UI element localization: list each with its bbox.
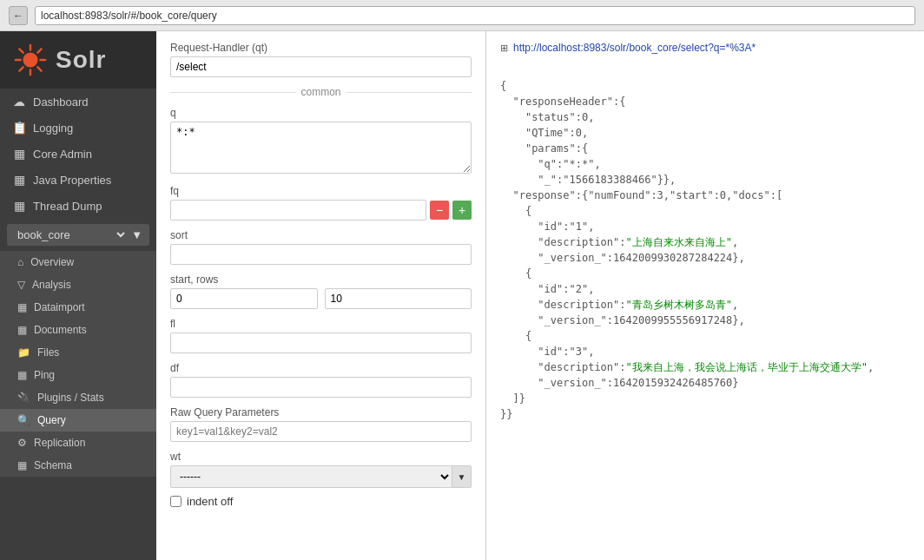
rows-row [170, 288, 472, 309]
fq-add-button[interactable]: + [452, 201, 472, 220]
sidebar-item-java-properties[interactable]: ▦ Java Properties [0, 167, 156, 193]
response-url-bar: ⊞ http://localhost:8983/solr/book_core/s… [500, 42, 910, 54]
url-text: localhost:8983/solr/#/book_core/query [41, 10, 217, 22]
sidebar-item-logging[interactable]: 📋 Logging [0, 115, 156, 141]
dashboard-icon: ☁ [12, 95, 26, 109]
start-rows-label: start, rows [170, 273, 472, 286]
wt-row: ------ json xml csv ▼ [170, 465, 472, 488]
sidebar: Solr ☁ Dashboard 📋 Logging ▦ Core Admin … [0, 31, 156, 560]
sidebar-item-label: Java Properties [33, 174, 111, 187]
fq-input[interactable] [170, 200, 426, 221]
sidebar-item-label: Dashboard [33, 96, 89, 109]
core-dropdown[interactable]: book_core [14, 227, 128, 242]
response-url-link[interactable]: http://localhost:8983/solr/book_core/sel… [513, 42, 756, 54]
sidebar-item-label: Ping [34, 369, 55, 381]
sidebar-item-core-admin[interactable]: ▦ Core Admin [0, 141, 156, 167]
logging-icon: 📋 [12, 121, 26, 135]
schema-icon: ▦ [17, 459, 27, 471]
sidebar-item-label: Logging [33, 122, 73, 135]
replication-icon: ⚙ [17, 437, 27, 449]
sidebar-item-thread-dump[interactable]: ▦ Thread Dump [0, 193, 156, 219]
sidebar-item-replication[interactable]: ⚙ Replication [0, 432, 156, 454]
rows-input[interactable] [325, 288, 472, 309]
logo-area: Solr [0, 31, 156, 89]
fq-label: fq [170, 185, 472, 197]
sort-input[interactable] [170, 244, 472, 265]
sidebar-item-query[interactable]: 🔍 Query [0, 409, 156, 432]
sidebar-item-label: Schema [34, 459, 72, 471]
raw-query-input[interactable] [170, 421, 472, 442]
sidebar-item-documents[interactable]: ▦ Documents [0, 319, 156, 341]
sidebar-item-label: Dataimport [34, 301, 85, 313]
java-properties-icon: ▦ [12, 173, 26, 187]
analysis-icon: ▽ [17, 279, 25, 291]
handler-input[interactable] [170, 56, 472, 77]
sidebar-item-label: Thread Dump [33, 200, 102, 213]
dataimport-icon: ▦ [17, 301, 27, 313]
indent-checkbox[interactable] [170, 496, 182, 507]
overview-icon: ⌂ [17, 256, 23, 268]
sidebar-item-label: Core Admin [33, 148, 92, 161]
sidebar-item-label: Overview [30, 256, 74, 268]
raw-query-label: Raw Query Parameters [170, 406, 472, 418]
sidebar-nav: ☁ Dashboard 📋 Logging ▦ Core Admin ▦ Jav… [0, 89, 156, 560]
sidebar-item-label: Analysis [32, 279, 71, 291]
ping-icon: ▦ [17, 369, 27, 381]
plugins-icon: 🔌 [17, 392, 30, 404]
solr-logo-icon [14, 43, 47, 76]
svg-line-7 [37, 49, 41, 52]
fq-remove-button[interactable]: − [430, 201, 449, 220]
sidebar-item-dashboard[interactable]: ☁ Dashboard [0, 89, 156, 115]
indent-row: indent off [170, 495, 472, 508]
response-content: { "responseHeader":{ "status":0, "QTime"… [500, 63, 910, 438]
wt-select-arrow[interactable]: ▼ [452, 465, 472, 488]
start-input[interactable] [170, 288, 318, 309]
sidebar-item-label: Query [37, 414, 66, 426]
sidebar-item-files[interactable]: 📁 Files [0, 341, 156, 364]
main-content: Request-Handler (qt) common q *:* fq − +… [156, 31, 924, 560]
svg-line-8 [19, 67, 23, 70]
core-admin-icon: ▦ [12, 147, 26, 161]
sidebar-item-analysis[interactable]: ▽ Analysis [0, 273, 156, 296]
sidebar-item-dataimport[interactable]: ▦ Dataimport [0, 296, 156, 319]
fl-input[interactable] [170, 333, 472, 353]
response-panel: ⊞ http://localhost:8983/solr/book_core/s… [486, 31, 924, 560]
common-section-divider: common [170, 86, 472, 98]
core-sub-items: ⌂ Overview ▽ Analysis ▦ Dataimport ▦ Doc… [0, 251, 156, 477]
sidebar-item-schema[interactable]: ▦ Schema [0, 454, 156, 477]
fq-row: − + [170, 200, 472, 221]
svg-point-0 [23, 52, 37, 67]
logo-text: Solr [56, 46, 106, 74]
browser-toolbar: ← localhost:8983/solr/#/book_core/query [0, 0, 924, 31]
df-input[interactable] [170, 377, 472, 398]
core-selector[interactable]: book_core ▼ [7, 224, 149, 246]
url-icon: ⊞ [500, 43, 508, 54]
sidebar-item-label: Replication [34, 437, 85, 449]
sort-label: sort [170, 229, 472, 241]
main-layout: Solr ☁ Dashboard 📋 Logging ▦ Core Admin … [0, 31, 924, 560]
query-icon: 🔍 [17, 414, 30, 426]
df-label: df [170, 362, 472, 374]
svg-line-6 [37, 67, 41, 70]
sidebar-item-ping[interactable]: ▦ Ping [0, 364, 156, 386]
sidebar-item-label: Documents [34, 324, 87, 336]
q-input[interactable]: *:* [170, 122, 472, 174]
sidebar-item-label: Plugins / Stats [37, 392, 104, 404]
query-panel: Request-Handler (qt) common q *:* fq − +… [156, 31, 486, 560]
wt-select[interactable]: ------ json xml csv [170, 465, 452, 488]
thread-dump-icon: ▦ [12, 199, 26, 213]
q-label: q [170, 107, 472, 119]
sidebar-item-plugins-stats[interactable]: 🔌 Plugins / Stats [0, 386, 156, 409]
address-bar[interactable]: localhost:8983/solr/#/book_core/query [35, 6, 915, 25]
sidebar-item-label: Files [37, 346, 59, 359]
back-button[interactable]: ← [9, 6, 28, 25]
sidebar-item-overview[interactable]: ⌂ Overview [0, 251, 156, 273]
fl-label: fl [170, 318, 472, 330]
indent-label: indent off [187, 495, 233, 508]
svg-line-5 [19, 49, 23, 52]
handler-label: Request-Handler (qt) [170, 42, 472, 54]
core-dropdown-arrow: ▼ [131, 228, 142, 241]
files-icon: 📁 [17, 346, 30, 359]
wt-label: wt [170, 451, 472, 463]
documents-icon: ▦ [17, 324, 27, 336]
